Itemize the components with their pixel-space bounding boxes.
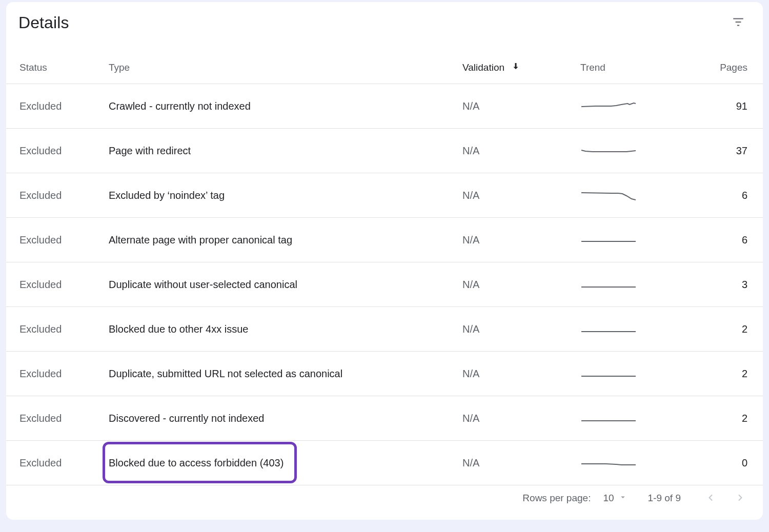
cell-pages: 6	[667, 173, 763, 218]
sparkline-icon	[580, 366, 637, 381]
sparkline-icon	[580, 143, 637, 158]
col-validation-label: Validation	[462, 62, 504, 73]
cell-status: Excluded	[6, 441, 109, 485]
table-row[interactable]: ExcludedBlocked due to access forbidden …	[6, 441, 763, 485]
cell-status: Excluded	[6, 352, 109, 396]
card-title: Details	[18, 13, 69, 32]
cell-type: Excluded by ‘noindex’ tag	[109, 173, 462, 218]
table-row[interactable]: ExcludedBlocked due to other 4xx issueN/…	[6, 307, 763, 352]
cell-pages: 2	[667, 396, 763, 441]
cell-trend	[580, 396, 667, 441]
table-header-row: Status Type Validation Trend Pages	[6, 54, 763, 84]
cell-trend	[580, 218, 667, 262]
prev-page-button[interactable]	[701, 489, 720, 507]
sparkline-icon	[580, 232, 637, 248]
details-table: Status Type Validation Trend Pages Exclu…	[6, 54, 763, 485]
cell-validation: N/A	[462, 84, 580, 129]
rows-per-page-label: Rows per page:	[522, 493, 591, 504]
cell-type: Blocked due to access forbidden (403)	[109, 441, 462, 485]
table-row[interactable]: ExcludedDiscovered - currently not index…	[6, 396, 763, 441]
sparkline-icon	[580, 411, 637, 426]
sparkline-icon	[580, 277, 637, 292]
col-validation[interactable]: Validation	[462, 54, 580, 84]
sparkline-icon	[580, 321, 637, 337]
cell-pages: 0	[667, 441, 763, 485]
cell-trend	[580, 307, 667, 352]
filter-icon	[732, 15, 745, 30]
rows-per-page-select[interactable]: 10	[603, 493, 627, 504]
cell-pages: 37	[667, 129, 763, 173]
card-header: Details	[6, 2, 763, 35]
filter-button[interactable]	[728, 12, 748, 33]
cell-pages: 91	[667, 84, 763, 129]
cell-type: Discovered - currently not indexed	[109, 396, 462, 441]
page-range: 1-9 of 9	[648, 493, 681, 504]
cell-validation: N/A	[462, 129, 580, 173]
caret-down-icon	[618, 493, 628, 504]
cell-validation: N/A	[462, 441, 580, 485]
cell-validation: N/A	[462, 173, 580, 218]
cell-type: Crawled - currently not indexed	[109, 84, 462, 129]
cell-type: Duplicate without user-selected canonica…	[109, 262, 462, 307]
table-row[interactable]: ExcludedAlternate page with proper canon…	[6, 218, 763, 262]
cell-trend	[580, 262, 667, 307]
cell-validation: N/A	[462, 396, 580, 441]
cell-trend	[580, 84, 667, 129]
cell-status: Excluded	[6, 173, 109, 218]
cell-type: Alternate page with proper canonical tag	[109, 218, 462, 262]
col-trend[interactable]: Trend	[580, 54, 667, 84]
cell-type: Blocked due to other 4xx issue	[109, 307, 462, 352]
cell-validation: N/A	[462, 218, 580, 262]
cell-trend	[580, 441, 667, 485]
arrow-down-icon	[511, 62, 520, 73]
cell-validation: N/A	[462, 262, 580, 307]
paginator: Rows per page: 10 1-9 of 9	[522, 489, 750, 507]
table-row[interactable]: ExcludedExcluded by ‘noindex’ tagN/A6	[6, 173, 763, 218]
cell-trend	[580, 352, 667, 396]
cell-pages: 2	[667, 352, 763, 396]
cell-status: Excluded	[6, 84, 109, 129]
cell-status: Excluded	[6, 307, 109, 352]
cell-status: Excluded	[6, 129, 109, 173]
cell-trend	[580, 129, 667, 173]
cell-type: Page with redirect	[109, 129, 462, 173]
table-row[interactable]: ExcludedDuplicate, submitted URL not sel…	[6, 352, 763, 396]
cell-trend	[580, 173, 667, 218]
next-page-button[interactable]	[731, 489, 750, 507]
sparkline-icon	[580, 455, 637, 470]
table-row[interactable]: ExcludedDuplicate without user-selected …	[6, 262, 763, 307]
cell-validation: N/A	[462, 307, 580, 352]
cell-pages: 2	[667, 307, 763, 352]
col-type[interactable]: Type	[109, 54, 462, 84]
cell-status: Excluded	[6, 262, 109, 307]
table-row[interactable]: ExcludedCrawled - currently not indexedN…	[6, 84, 763, 129]
cell-type: Duplicate, submitted URL not selected as…	[109, 352, 462, 396]
chevron-right-icon	[735, 493, 745, 504]
details-card: Details Status Type Validation Trend	[6, 2, 763, 520]
cell-validation: N/A	[462, 352, 580, 396]
rows-per-page-value: 10	[603, 493, 614, 504]
cell-status: Excluded	[6, 396, 109, 441]
table-row[interactable]: ExcludedPage with redirectN/A37	[6, 129, 763, 173]
col-pages[interactable]: Pages	[667, 54, 763, 84]
sparkline-icon	[580, 98, 637, 114]
cell-pages: 6	[667, 218, 763, 262]
cell-pages: 3	[667, 262, 763, 307]
col-status[interactable]: Status	[6, 54, 109, 84]
cell-status: Excluded	[6, 218, 109, 262]
chevron-left-icon	[705, 493, 716, 504]
sparkline-icon	[580, 188, 637, 203]
